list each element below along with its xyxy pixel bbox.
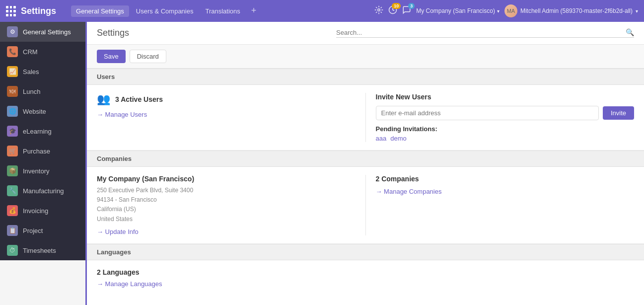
companies-section: Companies My Company (San Francisco) 250… [87, 151, 644, 244]
invite-row: Invite [376, 106, 635, 120]
activity-badge: 10 [392, 3, 401, 9]
sidebar-item-timesheets[interactable]: ⏱ Timesheets [0, 240, 87, 260]
messages-badge: 3 [408, 3, 415, 9]
manage-languages-link[interactable]: → Manage Languages [97, 280, 634, 288]
company-selector[interactable]: My Company (San Francisco) [416, 7, 500, 14]
companies-divider [365, 175, 366, 235]
active-users-row: 👥 3 Active Users [97, 93, 356, 106]
app-title: Settings [21, 6, 56, 16]
pending-tags: aaademo [376, 135, 635, 142]
sidebar-label-inventory: Inventory [23, 167, 49, 175]
sidebar-label-general-settings: General Settings [23, 28, 71, 36]
active-users-count: 3 Active Users [115, 95, 163, 103]
sidebar-item-lunch[interactable]: 🍽 Lunch [0, 81, 87, 101]
company-address: 250 Executive Park Blvd, Suite 3400 9413… [97, 186, 356, 224]
invite-title: Invite New Users [376, 93, 635, 101]
sidebar-icon-invoicing: 💰 [7, 205, 18, 216]
address-line2: 94134 - San Francisco [97, 195, 356, 205]
languages-content: 2 Languages → Manage Languages [87, 260, 644, 296]
invite-button[interactable]: Invite [603, 106, 634, 120]
users-icon: 👥 [97, 93, 110, 106]
sidebar-label-timesheets: Timesheets [23, 247, 56, 254]
companies-section-header: Companies [87, 151, 644, 167]
sidebar-label-crm: CRM [23, 48, 38, 56]
sidebar-label-project: Project [23, 227, 43, 234]
sidebar-icon-elearning: 🎓 [7, 126, 18, 137]
sidebar-item-website[interactable]: 🌐 Website [0, 101, 87, 121]
sidebar-accent [85, 22, 87, 305]
sidebar-item-elearning[interactable]: 🎓 eLearning [0, 121, 87, 141]
sidebar-icon-sales: 📈 [7, 66, 18, 77]
nav-users-companies[interactable]: Users & Companies [131, 5, 199, 17]
languages-section: Languages 2 Languages → Manage Languages [87, 244, 644, 296]
users-right: Invite New Users Invite Pending Invitati… [376, 93, 635, 142]
debug-icon-button[interactable] [374, 5, 383, 16]
manage-companies-link[interactable]: → Manage Companies [376, 188, 635, 195]
languages-count: 2 Languages [97, 268, 634, 276]
pending-invite-demo[interactable]: demo [390, 135, 407, 142]
sidebar-label-lunch: Lunch [23, 88, 40, 95]
update-info-link[interactable]: → Update Info [97, 228, 356, 235]
apps-menu-button[interactable] [6, 6, 16, 16]
sidebar-icon-project: 📋 [7, 225, 18, 236]
sidebar-icon-website: 🌐 [7, 106, 18, 117]
main-layout: ⚙ General Settings 📞 CRM 📈 Sales 🍽 Lunch… [0, 22, 644, 305]
sidebar-icon-general-settings: ⚙ [7, 26, 18, 37]
sidebar-label-sales: Sales [23, 68, 39, 76]
action-bar: Save Discard [87, 45, 644, 69]
user-menu[interactable]: MA Mitchell Admin (589370-master-2f6b2d-… [504, 4, 638, 17]
messages-icon-button[interactable]: 3 [402, 5, 411, 16]
activity-icon-button[interactable]: 10 [388, 5, 397, 16]
sidebar-item-manufacturing[interactable]: 🔧 Manufacturing [0, 181, 87, 201]
users-left: 👥 3 Active Users → Manage Users [97, 93, 356, 142]
address-line1: 250 Executive Park Blvd, Suite 3400 [97, 186, 356, 195]
nav-links: General Settings Users & Companies Trans… [71, 5, 374, 17]
address-line4: United States [97, 215, 356, 224]
companies-section-content: My Company (San Francisco) 250 Executive… [87, 167, 644, 244]
users-section-header: Users [87, 69, 644, 85]
nav-plus-button[interactable]: + [247, 5, 261, 17]
sidebar-label-invoicing: Invoicing [23, 207, 48, 215]
pending-invite-aaa[interactable]: aaa [376, 135, 387, 142]
page-title: Settings [97, 28, 129, 38]
search-container: 🔍 [336, 28, 634, 38]
sidebar-wrapper: ⚙ General Settings 📞 CRM 📈 Sales 🍽 Lunch… [0, 22, 87, 305]
companies-right: 2 Companies → Manage Companies [376, 175, 635, 235]
sidebar-label-manufacturing: Manufacturing [23, 187, 64, 195]
sidebar-icon-purchase: 🛒 [7, 146, 18, 156]
navbar-right: 10 3 My Company (San Francisco) MA Mitch… [374, 4, 638, 17]
companies-left: My Company (San Francisco) 250 Executive… [97, 175, 356, 235]
content-topbar: Settings 🔍 [87, 22, 644, 45]
sidebar-item-purchase[interactable]: 🛒 Purchase [0, 141, 87, 161]
sidebar-item-sales[interactable]: 📈 Sales [0, 62, 87, 81]
sidebar-item-crm[interactable]: 📞 CRM [0, 42, 87, 62]
content-area: Settings 🔍 Save Discard Users 👥 3 Active… [87, 22, 644, 305]
users-section: Users 👥 3 Active Users → Manage Users In… [87, 69, 644, 151]
sidebar-item-project[interactable]: 📋 Project [0, 221, 87, 240]
discard-button[interactable]: Discard [130, 50, 166, 63]
save-button[interactable]: Save [97, 50, 126, 63]
manage-users-link[interactable]: → Manage Users [97, 111, 356, 118]
nav-translations[interactable]: Translations [200, 5, 245, 17]
sidebar-label-elearning: eLearning [23, 128, 52, 135]
search-icon[interactable]: 🔍 [626, 28, 634, 36]
users-divider [365, 93, 366, 142]
invite-email-input[interactable] [376, 106, 599, 120]
company-name: My Company (San Francisco) [97, 175, 356, 183]
address-line3: California (US) [97, 205, 356, 214]
sidebar-item-inventory[interactable]: 📦 Inventory [0, 161, 87, 181]
sidebar-icon-lunch: 🍽 [7, 86, 18, 97]
companies-count: 2 Companies [376, 175, 635, 183]
sidebar-label-purchase: Purchase [23, 148, 50, 155]
nav-general-settings[interactable]: General Settings [71, 5, 129, 17]
sidebar-icon-inventory: 📦 [7, 165, 18, 176]
user-avatar: MA [504, 4, 517, 17]
sidebar-icon-crm: 📞 [7, 46, 18, 57]
users-section-content: 👥 3 Active Users → Manage Users Invite N… [87, 85, 644, 151]
sidebar-item-invoicing[interactable]: 💰 Invoicing [0, 201, 87, 221]
svg-point-0 [378, 9, 380, 11]
sidebar-label-website: Website [23, 108, 46, 115]
sidebar-item-general-settings[interactable]: ⚙ General Settings [0, 22, 87, 42]
search-input[interactable] [336, 29, 626, 36]
user-name: Mitchell Admin (589370-master-2f6b2d-all… [520, 7, 633, 14]
